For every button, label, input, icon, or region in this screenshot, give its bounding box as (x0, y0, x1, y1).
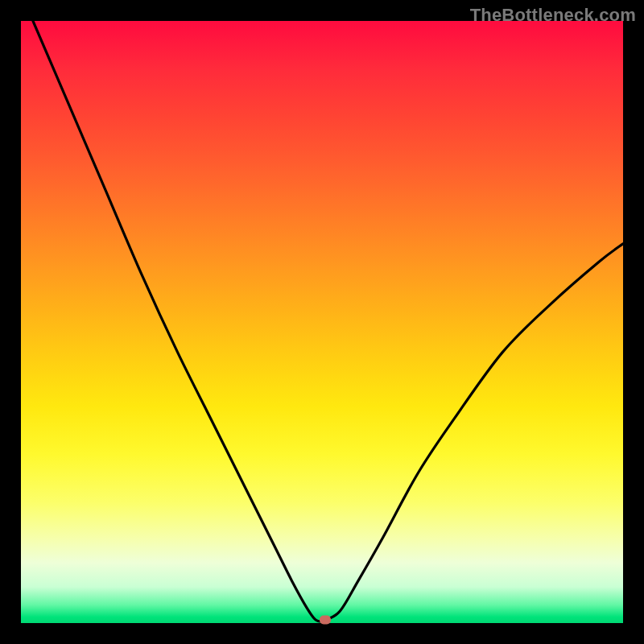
watermark-text: TheBottleneck.com (470, 5, 636, 26)
chart-frame: TheBottleneck.com (0, 0, 644, 644)
optimal-marker (320, 616, 331, 625)
plot-area (21, 21, 623, 623)
bottleneck-curve (21, 21, 623, 623)
